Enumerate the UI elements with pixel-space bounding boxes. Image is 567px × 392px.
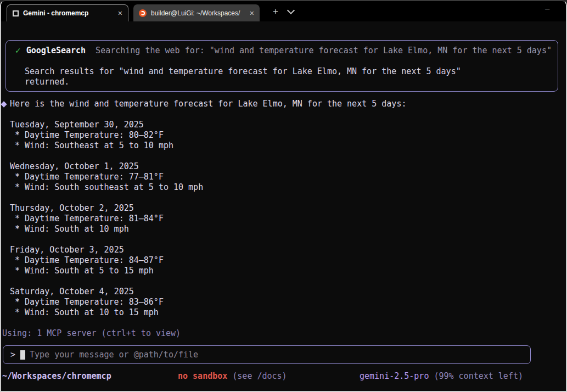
forecast-wind: * Wind: South at 5 to 15 mph [15,266,566,276]
forecast-temperature: * Daytime Temperature: 84–87°F [15,255,566,266]
tab-dropdown-icon[interactable] [287,6,295,14]
terminal-content: ✓GoogleSearchSearching the web for: "win… [1,21,566,391]
response-intro-text: Here is the wind and temperature forecas… [10,99,406,109]
forecast-date: Saturday, October 4, 2025 [10,287,566,297]
forecast-wind: * Wind: South southeast at 5 to 10 mph [15,182,566,193]
tool-action-text: Searching the web for: "wind and tempera… [96,46,552,55]
forecast-day: Friday, October 3, 2025 * Daytime Temper… [1,245,566,276]
tool-name: GoogleSearch [26,46,86,55]
console-favicon-icon [13,10,19,16]
tab-title: builder@LuiGi: ~/Workspaces/ [151,9,245,17]
forecast-day: Saturday, October 4, 2025 * Daytime Temp… [1,287,566,318]
forecast-date: Tuesday, September 30, 2025 [10,120,566,130]
gemini-response-marker-icon [1,101,7,107]
forecast-temperature: * Daytime Temperature: 81–84°F [15,214,566,224]
tab-gemini-chromemcp[interactable]: Gemini - chromemcp × [7,4,128,21]
forecast-wind: * Wind: Southeast at 5 to 10 mph [15,141,566,151]
tab-bar: Gemini - chromemcp × builder@LuiGi: ~/Wo… [1,1,566,21]
prompt-symbol: > [10,350,15,360]
response-intro: Here is the wind and temperature forecas… [1,99,566,109]
close-tab-icon[interactable]: × [250,9,254,18]
close-tab-icon[interactable]: × [118,9,122,18]
spacer-line [15,56,551,66]
message-input[interactable]: > Type your message or @path/to/file [3,345,531,364]
sandbox-status-text: no sandbox [178,371,227,381]
forecast-day: Wednesday, October 1, 2025 * Daytime Tem… [1,161,566,193]
model-name: gemini-2.5-pro [360,371,429,381]
tab-builder-luigi[interactable]: builder@LuiGi: ~/Workspaces/ × [133,4,260,21]
mcp-status-line: Using: 1 MCP server (ctrl+t to view) [2,328,566,339]
forecast-date: Thursday, October 2, 2025 [10,203,566,214]
tool-result-line: returned. [25,77,551,87]
tool-call-header: ✓GoogleSearchSearching the web for: "win… [15,46,551,56]
terminal-window: Gemini - chromemcp × builder@LuiGi: ~/Wo… [0,0,567,392]
model-status: gemini-2.5-pro(99% context left) [360,371,523,382]
ubuntu-icon [139,9,147,17]
forecast-temperature: * Daytime Temperature: 77–81°F [15,172,566,182]
success-check-icon: ✓ [15,46,21,55]
forecast-date: Wednesday, October 1, 2025 [10,161,566,172]
forecast-day: Thursday, October 2, 2025 * Daytime Temp… [1,203,566,234]
new-tab-button[interactable]: + [273,6,278,17]
status-bar: ~/Workspaces/chromemcp no sandbox(see /d… [1,371,566,382]
minimize-button[interactable]: ─ [545,5,549,13]
forecast-wind: * Wind: South at 10 mph [15,224,566,234]
working-directory: ~/Workspaces/chromemcp [2,371,111,382]
forecast-temperature: * Daytime Temperature: 83–86°F [15,297,566,307]
forecast-wind: * Wind: South at 10 to 15 mph [15,307,566,318]
tool-call-box: ✓GoogleSearchSearching the web for: "win… [5,40,558,92]
sandbox-docs-hint: (see /docs) [232,371,287,381]
context-remaining: (99% context left) [434,371,523,381]
input-placeholder: Type your message or @path/to/file [30,350,198,360]
forecast-day: Tuesday, September 30, 2025 * Daytime Te… [1,120,566,151]
forecast-temperature: * Daytime Temperature: 80–82°F [15,130,566,141]
text-cursor [20,350,25,360]
tab-title: Gemini - chromemcp [23,9,114,17]
sandbox-status: no sandbox(see /docs) [178,371,287,382]
forecast-date: Friday, October 3, 2025 [10,245,566,255]
tool-result-line: Search results for "wind and temperature… [25,66,551,77]
